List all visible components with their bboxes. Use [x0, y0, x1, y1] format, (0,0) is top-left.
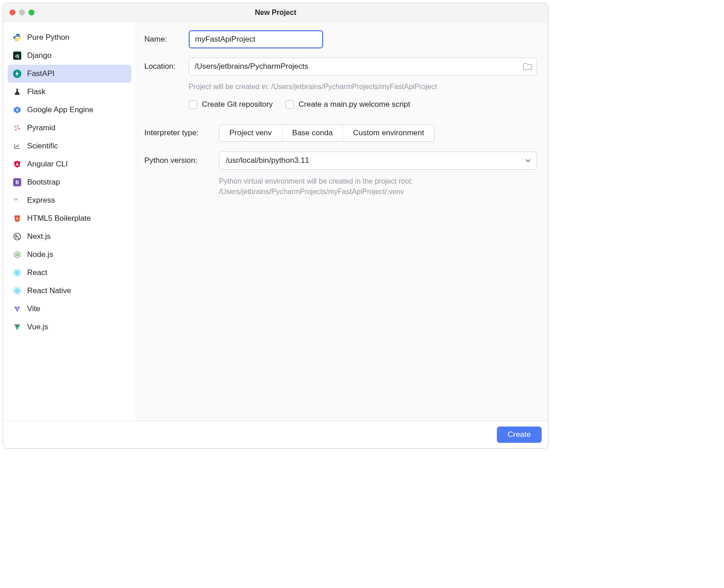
google-app-engine-icon: [12, 105, 22, 115]
sidebar-item-vuejs[interactable]: Vue.js: [8, 318, 131, 336]
svg-text:dj: dj: [15, 53, 19, 58]
svg-point-18: [16, 272, 18, 273]
interpreter-type-segmented: Project venvBase condaCustom environment: [219, 124, 434, 142]
svg-point-0: [16, 34, 17, 35]
python-version-label: Python version:: [144, 156, 219, 165]
python-version-value: /usr/local/bin/python3.11: [226, 156, 309, 165]
sidebar-item-label: Vite: [27, 304, 40, 313]
create-git-label: Create Git repository: [202, 100, 273, 109]
sidebar-item-label: Angular CLI: [27, 160, 68, 169]
vuejs-icon: [12, 322, 22, 332]
vite-icon: [12, 304, 22, 314]
pure-python-icon: [12, 33, 22, 43]
html5-boilerplate-icon: 5: [12, 213, 22, 223]
sidebar-item-django[interactable]: djDjango: [8, 47, 131, 65]
checkbox-icon: [286, 100, 294, 109]
svg-point-22: [16, 290, 18, 291]
window-title: New Project: [3, 9, 548, 17]
sidebar-item-label: Vue.js: [27, 322, 48, 332]
python-version-select[interactable]: /usr/local/bin/python3.11: [219, 152, 537, 170]
checkbox-icon: [189, 100, 197, 109]
sidebar-item-html5-boilerplate[interactable]: 5HTML5 Boilerplate: [8, 209, 131, 228]
sidebar-item-label: HTML5 Boilerplate: [27, 214, 91, 223]
sidebar-item-nextjs[interactable]: Next.js: [8, 228, 131, 246]
flask-icon: [12, 87, 22, 97]
angular-cli-icon: [12, 159, 22, 169]
svg-text:5: 5: [16, 217, 19, 221]
react-icon: [12, 268, 22, 278]
scientific-icon: [12, 141, 22, 151]
nextjs-icon: [12, 232, 22, 242]
svg-point-9: [19, 128, 20, 129]
sidebar-item-label: Scientific: [27, 142, 58, 151]
svg-point-8: [17, 125, 19, 127]
create-git-checkbox[interactable]: Create Git repository: [189, 100, 273, 109]
sidebar-item-label: Google App Engine: [27, 105, 94, 114]
titlebar: New Project: [3, 3, 548, 22]
sidebar-item-bootstrap[interactable]: BBootstrap: [8, 173, 131, 191]
sidebar-item-react-native[interactable]: React Native: [8, 282, 131, 300]
interpreter-option-project-venv[interactable]: Project venv: [219, 125, 282, 141]
sidebar-item-label: React: [27, 268, 47, 277]
svg-point-11: [17, 128, 18, 128]
svg-text:JS: JS: [15, 253, 19, 256]
sidebar-item-flask[interactable]: Flask: [8, 83, 131, 101]
new-project-window: New Project Pure PythondjDjangoFastAPIFl…: [3, 3, 548, 449]
interpreter-type-label: Interpreter type:: [144, 128, 219, 138]
interpreter-option-custom-environment[interactable]: Custom environment: [343, 125, 434, 141]
project-location-input[interactable]: [189, 57, 537, 76]
svg-point-1: [18, 40, 19, 41]
sidebar-item-react[interactable]: React: [8, 264, 131, 282]
svg-text:B: B: [15, 180, 19, 185]
create-main-checkbox[interactable]: Create a main.py welcome script: [286, 100, 410, 109]
sidebar-item-label: Pyramid: [27, 123, 55, 133]
svg-point-7: [14, 126, 16, 128]
dialog-footer: Create: [3, 421, 548, 448]
browse-folder-icon[interactable]: [523, 62, 533, 71]
nodejs-icon: JS: [12, 250, 22, 260]
project-name-input[interactable]: [189, 30, 323, 48]
sidebar-item-label: Flask: [27, 87, 46, 96]
express-icon: ex: [12, 195, 22, 205]
create-button[interactable]: Create: [497, 427, 542, 443]
svg-text:ex: ex: [14, 197, 18, 201]
sidebar-item-label: Pure Python: [27, 33, 70, 42]
sidebar-item-fastapi[interactable]: FastAPI: [8, 65, 131, 83]
bootstrap-icon: B: [12, 177, 22, 187]
sidebar-item-google-app-engine[interactable]: Google App Engine: [8, 101, 131, 119]
sidebar-item-express[interactable]: exExpress: [8, 191, 131, 209]
chevron-down-icon: [525, 157, 531, 164]
sidebar-item-vite[interactable]: Vite: [8, 300, 131, 318]
location-label: Location:: [144, 62, 189, 71]
sidebar-item-label: React Native: [27, 286, 71, 295]
svg-point-6: [17, 109, 18, 111]
interpreter-option-base-conda[interactable]: Base conda: [282, 125, 343, 141]
sidebar-item-nodejs[interactable]: JSNode.js: [8, 246, 131, 264]
sidebar-item-label: Bootstrap: [27, 178, 60, 187]
sidebar-item-pure-python[interactable]: Pure Python: [8, 28, 131, 47]
create-main-label: Create a main.py welcome script: [299, 100, 410, 109]
django-icon: dj: [12, 51, 22, 61]
sidebar-item-scientific[interactable]: Scientific: [8, 137, 131, 155]
venv-hint: Python virtual environment will be creat…: [219, 176, 537, 197]
sidebar-item-label: Express: [27, 196, 55, 205]
svg-point-10: [15, 129, 17, 130]
react-native-icon: [12, 286, 22, 296]
project-type-sidebar: Pure PythondjDjangoFastAPIFlaskGoogle Ap…: [3, 22, 136, 421]
sidebar-item-pyramid[interactable]: Pyramid: [8, 119, 131, 137]
pyramid-icon: [12, 123, 22, 133]
sidebar-item-label: Django: [27, 51, 52, 60]
name-label: Name:: [144, 35, 189, 44]
sidebar-item-label: Node.js: [27, 250, 53, 259]
project-settings-panel: Name: Location: Project will be created …: [136, 22, 548, 421]
creation-path-hint: Project will be created in: /Users/jetbr…: [189, 83, 537, 91]
fastapi-icon: [12, 69, 22, 79]
sidebar-item-label: FastAPI: [27, 69, 54, 78]
sidebar-item-angular-cli[interactable]: Angular CLI: [8, 155, 131, 173]
sidebar-item-label: Next.js: [27, 232, 51, 241]
